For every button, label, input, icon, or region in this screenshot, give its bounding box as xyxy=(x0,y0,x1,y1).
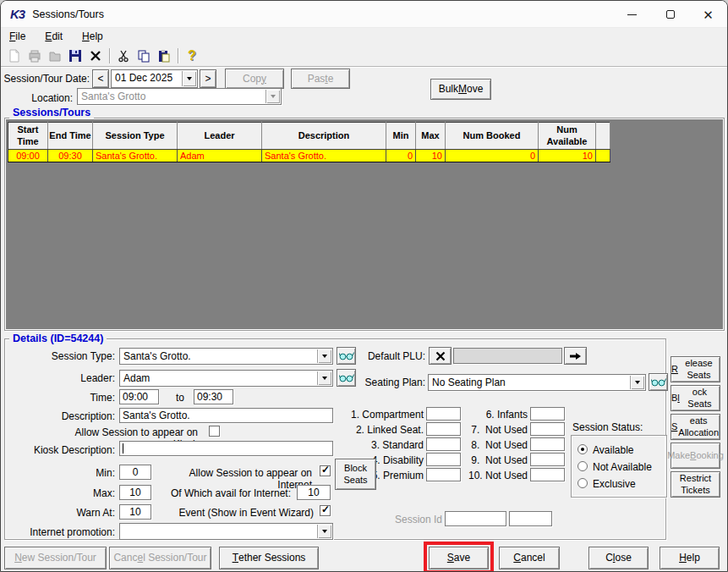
cancel-button[interactable]: Cancel xyxy=(499,547,560,569)
release-seats-button[interactable]: Release Seats xyxy=(671,356,720,382)
cell-leader: Adam xyxy=(178,150,262,162)
help-button[interactable]: Help xyxy=(660,547,720,569)
new-session-tour-button[interactable]: New Session/Tour xyxy=(4,547,107,569)
toolbar: ? xyxy=(1,45,727,67)
location-value: Santa's Grotto xyxy=(81,91,145,102)
title-bar: K3 Sessions/Tours ✕ xyxy=(1,1,727,28)
paste-button[interactable]: Paste xyxy=(291,69,350,89)
select-plu-button[interactable] xyxy=(564,347,587,365)
event-checkbox[interactable] xyxy=(320,505,331,516)
session-status-label: Session Status: xyxy=(572,421,643,433)
maximize-button[interactable] xyxy=(651,1,689,28)
internet-promotion-combobox[interactable] xyxy=(119,523,333,540)
tether-sessions-button[interactable]: Tether Sessions xyxy=(219,547,319,569)
location-label: Location: xyxy=(1,92,73,104)
col-session-type: Session Type xyxy=(93,123,178,150)
new-button[interactable] xyxy=(4,47,25,65)
col-num-booked: Num Booked xyxy=(446,123,539,150)
cell-num-booked: 0 xyxy=(446,150,539,162)
save-button-toolbar[interactable] xyxy=(65,47,85,65)
session-type-combobox[interactable]: Santa's Grotto. xyxy=(119,348,333,365)
menu-help[interactable]: Help xyxy=(80,30,105,43)
cut-button[interactable] xyxy=(113,47,134,65)
radio-available-label: Available xyxy=(593,444,633,456)
save-button[interactable]: Save xyxy=(429,547,489,569)
help-button-toolbar[interactable]: ? xyxy=(182,47,202,65)
make-booking-button[interactable]: Make Booking xyxy=(671,443,720,469)
radio-exclusive[interactable] xyxy=(577,478,588,488)
session-id-field-2[interactable] xyxy=(509,511,552,526)
capacity-field-8[interactable] xyxy=(530,437,565,451)
window-title: Sessions/Tours xyxy=(32,8,104,20)
open-folder-icon xyxy=(48,49,62,63)
description-label: Description: xyxy=(14,410,115,422)
seating-plan-combobox[interactable]: No Seating Plan xyxy=(428,374,646,391)
date-next-button[interactable]: > xyxy=(200,69,216,88)
time-to-field[interactable]: 09:30 xyxy=(194,389,233,404)
radio-available[interactable] xyxy=(577,444,588,454)
minimize-button[interactable] xyxy=(613,1,651,28)
capacity-field-6[interactable] xyxy=(530,407,565,421)
kiosk-description-field[interactable] xyxy=(119,441,333,456)
leader-label: Leader: xyxy=(14,372,115,384)
chevron-down-icon[interactable] xyxy=(182,71,196,86)
capacity-label-2: 2. Linked Seat. xyxy=(346,424,424,436)
seating-plan-lookup-button[interactable] xyxy=(649,373,668,391)
capacity-field-10[interactable] xyxy=(530,468,565,481)
session-id-field-1[interactable] xyxy=(445,511,506,526)
session-row[interactable]: 09:00 09:30 Santa's Grotto. Adam Santa's… xyxy=(8,150,610,162)
sessions-tours-window: K3 Sessions/Tours ✕ File Edit Help xyxy=(0,0,728,572)
sessions-grid-area: Start Time End Time Session Type Leader … xyxy=(4,118,725,331)
capacity-field-9[interactable] xyxy=(530,453,565,466)
paste-icon xyxy=(157,49,171,63)
date-combobox[interactable]: 01 Dec 2025 xyxy=(111,69,198,88)
date-value: 01 Dec 2025 xyxy=(115,72,172,84)
internet-avail-field[interactable]: 10 xyxy=(297,485,331,500)
block-seats-small-button[interactable]: Block Seats xyxy=(335,459,376,490)
delete-button[interactable] xyxy=(85,47,106,65)
seats-allocation-button[interactable]: Seats Allocation xyxy=(671,414,720,440)
paste-button-toolbar[interactable] xyxy=(154,47,174,65)
print-button[interactable] xyxy=(25,47,45,65)
cancel-session-tour-button[interactable]: Cancel Session/Tour xyxy=(109,547,211,569)
capacity-label-1: 1. Compartment xyxy=(346,409,424,421)
chevron-down-icon[interactable] xyxy=(317,525,331,538)
restrict-tickets-button[interactable]: Restrict Tickets xyxy=(671,471,720,498)
copy-button[interactable]: Copy xyxy=(225,69,284,89)
copy-button-toolbar[interactable] xyxy=(134,47,154,65)
menu-edit[interactable]: Edit xyxy=(43,30,64,43)
chevron-down-icon[interactable] xyxy=(630,376,644,389)
chevron-down-icon[interactable] xyxy=(317,371,331,385)
internet-checkbox[interactable] xyxy=(320,465,331,476)
menu-file[interactable]: File xyxy=(8,30,27,43)
warn-at-field[interactable]: 10 xyxy=(119,504,151,520)
location-combobox[interactable]: Santa's Grotto xyxy=(77,88,282,105)
arrow-right-icon xyxy=(569,352,582,360)
cell-end-time: 09:30 xyxy=(48,150,93,162)
col-leader: Leader xyxy=(178,123,262,150)
time-from-field[interactable]: 09:00 xyxy=(119,389,159,404)
default-plu-field xyxy=(453,348,562,364)
date-prev-button[interactable]: < xyxy=(92,69,109,88)
default-plu-label: Default PLU: xyxy=(341,350,425,362)
open-button[interactable] xyxy=(45,47,65,65)
leader-combobox[interactable]: Adam xyxy=(119,370,333,387)
minimize-icon xyxy=(627,14,637,15)
close-dialog-button[interactable]: Close xyxy=(588,547,649,569)
capacity-field-7[interactable] xyxy=(530,422,565,436)
radio-not-available[interactable] xyxy=(577,461,588,471)
kiosk-checkbox[interactable] xyxy=(209,426,220,437)
session-type-value: Santa's Grotto. xyxy=(123,350,191,362)
clear-plu-button[interactable] xyxy=(429,347,452,365)
seating-plan-label: Seating Plan: xyxy=(341,377,425,388)
chevron-down-icon[interactable] xyxy=(317,349,331,363)
description-field[interactable]: Santa's Grotto. xyxy=(119,408,333,423)
max-field[interactable]: 10 xyxy=(119,485,151,500)
cell-max: 10 xyxy=(416,150,446,162)
bulk-move-button[interactable]: Bulk Move xyxy=(430,79,491,100)
session-tour-date-label: Session/Tour Date: xyxy=(1,73,90,85)
min-field[interactable]: 0 xyxy=(119,465,151,480)
block-seats-button[interactable]: Block Seats xyxy=(671,385,720,411)
save-icon xyxy=(68,49,82,63)
close-button[interactable]: ✕ xyxy=(689,1,727,28)
